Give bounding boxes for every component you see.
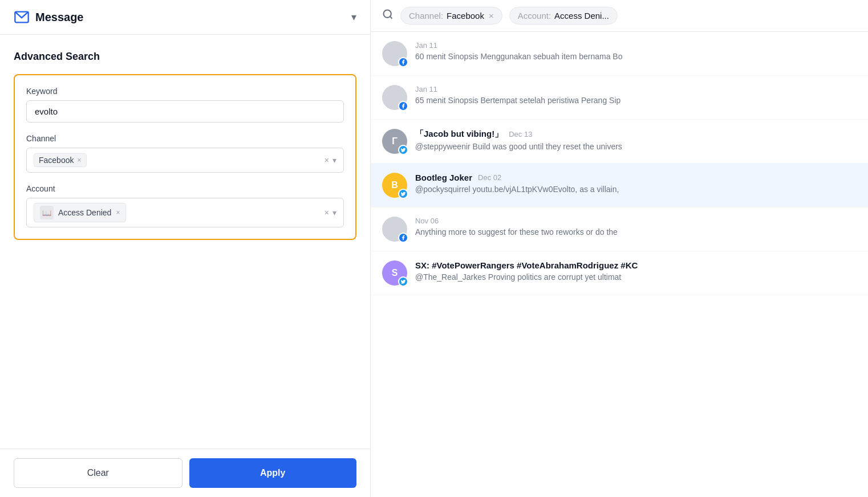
left-content: Advanced Search Keyword Channel Facebook… [0, 35, 370, 449]
account-chevron-icon[interactable]: ▾ [332, 208, 336, 217]
account-selected-tags: 📖 Access Denied × [34, 203, 325, 222]
platform-badge [398, 233, 408, 243]
message-meta: 「Jacob but vibing!」 Dec 13 [415, 129, 857, 140]
header-chevron[interactable]: ▾ [351, 11, 356, 23]
account-tag-denied: 📖 Access Denied × [34, 203, 126, 222]
keyword-group: Keyword [26, 87, 344, 123]
messages-list: Jan 11 60 menit Sinopsis Menggunakan seb… [371, 32, 868, 497]
account-filter-label: Account: [518, 11, 551, 21]
message-preview: @The_Real_Jarkes Proving politics are co… [415, 272, 857, 282]
message-meta: Jan 11 [415, 85, 857, 93]
account-tag-label: Access Denied [58, 208, 111, 217]
message-content: Jan 11 60 menit Sinopsis Menggunakan seb… [415, 41, 857, 61]
avatar-wrapper [382, 85, 407, 110]
account-select[interactable]: 📖 Access Denied × × ▾ [26, 198, 344, 227]
channel-selected-tags: Facebook × [34, 153, 325, 167]
account-clear-icon[interactable]: × [325, 208, 329, 217]
channel-filter-label: Channel: [409, 11, 443, 21]
message-item[interactable]: Jan 11 65 menit Sinopsis Bertempat setel… [371, 76, 868, 120]
avatar-wrapper: S [382, 260, 407, 286]
advanced-search-title: Advanced Search [14, 51, 356, 63]
search-form: Keyword Channel Facebook × × ▾ [14, 74, 356, 240]
right-panel: Channel: Facebook × Account: Access Deni… [371, 0, 868, 497]
search-icon [382, 9, 394, 23]
platform-badge [398, 189, 408, 199]
message-content: Nov 06 Anything more to suggest for thes… [415, 217, 857, 237]
avatar-wrapper: Γ [382, 129, 407, 154]
message-preview: Anything more to suggest for these two r… [415, 227, 857, 237]
channel-chevron-icon[interactable]: ▾ [332, 156, 336, 165]
message-item[interactable]: S SX: #VotePowerRangers #VoteAbrahamRodr… [371, 251, 868, 295]
account-select-controls: × ▾ [325, 208, 336, 217]
message-preview: @steppyweenir Build was good until they … [415, 142, 857, 151]
avatar-wrapper: B [382, 173, 407, 198]
message-preview: @pockysquirrel youtu.be/vjAL1tpKVw0Evolt… [415, 185, 857, 194]
sender-name: Bootleg Joker [415, 173, 472, 182]
apply-button[interactable]: Apply [189, 458, 357, 488]
message-meta: SX: #VotePowerRangers #VoteAbrahamRodrig… [415, 260, 857, 270]
message-item[interactable]: Nov 06 Anything more to suggest for thes… [371, 207, 868, 251]
clear-button[interactable]: Clear [14, 458, 182, 488]
svg-line-2 [390, 17, 392, 19]
message-date: Dec 13 [509, 130, 532, 138]
message-content: Jan 11 65 menit Sinopsis Bertempat setel… [415, 85, 857, 105]
header-left: Message [14, 9, 84, 25]
mail-icon [14, 9, 30, 25]
channel-filter-value: Facebook [447, 11, 484, 21]
channel-tag-facebook: Facebook × [34, 153, 87, 167]
keyword-label: Keyword [26, 87, 344, 96]
message-date: Jan 11 [415, 85, 437, 93]
channel-group: Channel Facebook × × ▾ [26, 134, 344, 173]
platform-badge [398, 57, 408, 67]
channel-tag-remove[interactable]: × [77, 157, 81, 164]
platform-badge [398, 101, 408, 111]
account-tag-remove[interactable]: × [116, 209, 120, 216]
message-date: Nov 06 [415, 217, 439, 225]
channel-clear-icon[interactable]: × [325, 156, 329, 165]
account-group: Account 📖 Access Denied × × ▾ [26, 184, 344, 227]
channel-filter-remove[interactable]: × [489, 11, 494, 21]
svg-point-1 [384, 10, 391, 18]
sender-name: 「Jacob but vibing!」 [415, 129, 503, 140]
left-panel: Message ▾ Advanced Search Keyword Channe… [0, 0, 371, 497]
message-content: Bootleg Joker Dec 02 @pockysquirrel yout… [415, 173, 857, 194]
channel-label: Channel [26, 134, 344, 143]
channel-tag-label: Facebook [39, 156, 74, 165]
account-label: Account [26, 184, 344, 193]
message-item[interactable]: Jan 11 60 menit Sinopsis Menggunakan seb… [371, 32, 868, 76]
header: Message ▾ [0, 0, 370, 35]
message-item[interactable]: Γ 「Jacob but vibing!」 Dec 13 @steppyween… [371, 120, 868, 164]
sender-name: SX: #VotePowerRangers #VoteAbrahamRodrig… [415, 260, 638, 270]
message-preview: 60 menit Sinopsis Menggunakan sebuah ite… [415, 52, 857, 61]
message-preview: 65 menit Sinopsis Bertempat setelah peri… [415, 96, 857, 105]
platform-badge [398, 276, 408, 287]
platform-badge [398, 145, 408, 155]
message-item[interactable]: B Bootleg Joker Dec 02 @pockysquirrel yo… [371, 164, 868, 207]
message-date: Dec 02 [478, 173, 501, 182]
channel-select[interactable]: Facebook × × ▾ [26, 148, 344, 173]
avatar-wrapper [382, 217, 407, 242]
right-header: Channel: Facebook × Account: Access Deni… [371, 0, 868, 32]
message-content: SX: #VotePowerRangers #VoteAbrahamRodrig… [415, 260, 857, 282]
header-title: Message [35, 11, 84, 24]
message-date: Jan 11 [415, 41, 437, 50]
account-filter-tag[interactable]: Account: Access Deni... [509, 7, 618, 25]
message-meta: Jan 11 [415, 41, 857, 50]
footer-buttons: Clear Apply [0, 449, 370, 497]
account-filter-value: Access Deni... [554, 11, 609, 21]
channel-select-controls: × ▾ [325, 156, 336, 165]
avatar-wrapper [382, 41, 407, 66]
channel-filter-tag[interactable]: Channel: Facebook × [400, 7, 502, 25]
message-content: 「Jacob but vibing!」 Dec 13 @steppyweenir… [415, 129, 857, 151]
message-meta: Nov 06 [415, 217, 857, 225]
message-meta: Bootleg Joker Dec 02 [415, 173, 857, 182]
account-icon: 📖 [40, 206, 54, 219]
keyword-input[interactable] [26, 100, 344, 123]
